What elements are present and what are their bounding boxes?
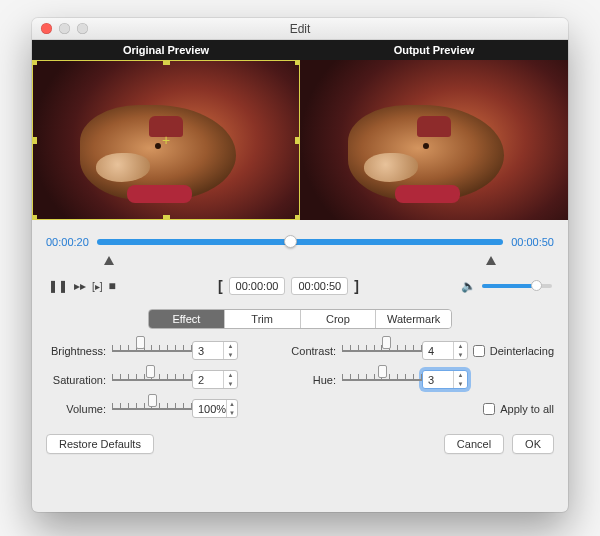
preview-header: Original Preview Output Preview — [32, 40, 568, 60]
step-down-icon[interactable]: ▼ — [454, 351, 467, 360]
apply-all-check[interactable]: Apply to all — [472, 403, 554, 415]
cancel-button[interactable]: Cancel — [444, 434, 504, 454]
step-down-icon[interactable]: ▼ — [224, 380, 237, 389]
saturation-stepper[interactable]: 2▲▼ — [192, 370, 238, 389]
volume-slider[interactable] — [482, 284, 552, 288]
tab-trim[interactable]: Trim — [225, 310, 301, 328]
volume-label: Volume: — [46, 403, 112, 415]
stop-icon[interactable]: ■ — [109, 279, 116, 293]
restore-defaults-button[interactable]: Restore Defaults — [46, 434, 154, 454]
preview-row: + — [32, 60, 568, 220]
step-up-icon[interactable]: ▲ — [454, 342, 467, 351]
apply-all-checkbox[interactable] — [483, 403, 495, 415]
trim-out-marker[interactable] — [486, 256, 496, 265]
step-down-icon[interactable]: ▼ — [454, 380, 467, 389]
out-time-field[interactable]: 00:00:50 — [291, 277, 348, 295]
volume-effect-slider[interactable] — [112, 400, 192, 418]
step-up-icon[interactable]: ▲ — [224, 371, 237, 380]
original-preview-label: Original Preview — [32, 44, 300, 56]
speaker-icon[interactable]: 🔈 — [461, 279, 476, 293]
volume-stepper[interactable]: 100%▲▼ — [192, 399, 238, 418]
playhead[interactable] — [284, 235, 297, 248]
edit-window: Edit Original Preview Output Preview + — [32, 18, 568, 512]
close-icon[interactable] — [41, 23, 52, 34]
controls-area: 00:00:20 00:00:50 ❚❚ ▸▸ [▸] ■ [ 00:00 — [32, 220, 568, 466]
tab-effect[interactable]: Effect — [149, 310, 225, 328]
saturation-label: Saturation: — [46, 374, 112, 386]
hue-label: Hue: — [282, 374, 342, 386]
timeline-track[interactable] — [97, 230, 503, 254]
video-frame — [32, 60, 300, 220]
pause-icon[interactable]: ❚❚ — [48, 279, 68, 293]
trim-in-marker[interactable] — [104, 256, 114, 265]
window-title: Edit — [32, 22, 568, 36]
step-down-icon[interactable]: ▼ — [224, 351, 237, 360]
ok-button[interactable]: OK — [512, 434, 554, 454]
step-up-icon[interactable]: ▲ — [224, 342, 237, 351]
volume-control: 🔈 — [461, 279, 552, 293]
timeline: 00:00:20 00:00:50 — [46, 230, 554, 254]
contrast-stepper[interactable]: 4▲▼ — [422, 341, 468, 360]
playback-controls: ❚❚ ▸▸ [▸] ■ — [48, 279, 116, 293]
titlebar: Edit — [32, 18, 568, 40]
original-preview[interactable]: + — [32, 60, 300, 220]
brightness-slider[interactable] — [112, 342, 192, 360]
hue-stepper[interactable]: 3▲▼ — [422, 370, 468, 389]
zoom-icon[interactable] — [77, 23, 88, 34]
step-down-icon[interactable]: ▼ — [227, 409, 237, 418]
transport-row: ❚❚ ▸▸ [▸] ■ [ 00:00:00 00:00:50 ] 🔈 — [46, 277, 554, 295]
footer: Restore Defaults Cancel OK — [46, 434, 554, 454]
tab-watermark[interactable]: Watermark — [376, 310, 451, 328]
effect-form: Brightness: 3▲▼ Contrast: 4▲▼ Deinterlac… — [46, 341, 554, 418]
fast-forward-icon[interactable]: ▸▸ — [74, 279, 86, 293]
hue-slider[interactable] — [342, 371, 422, 389]
timeline-start: 00:00:20 — [46, 236, 89, 248]
deinterlacing-check[interactable]: Deinterlacing — [472, 345, 554, 357]
contrast-label: Contrast: — [282, 345, 342, 357]
brightness-stepper[interactable]: 3▲▼ — [192, 341, 238, 360]
in-time-field[interactable]: 00:00:00 — [229, 277, 286, 295]
step-icon[interactable]: [▸] — [92, 281, 103, 292]
minimize-icon[interactable] — [59, 23, 70, 34]
contrast-slider[interactable] — [342, 342, 422, 360]
output-preview-label: Output Preview — [300, 44, 568, 56]
volume-thumb[interactable] — [531, 280, 542, 291]
trim-markers — [46, 256, 554, 265]
set-out-icon[interactable]: ] — [354, 278, 359, 294]
tab-crop[interactable]: Crop — [301, 310, 377, 328]
brightness-label: Brightness: — [46, 345, 112, 357]
range-controls: [ 00:00:00 00:00:50 ] — [218, 277, 359, 295]
output-preview — [300, 60, 568, 220]
video-frame — [300, 60, 568, 220]
set-in-icon[interactable]: [ — [218, 278, 223, 294]
deinterlacing-checkbox[interactable] — [473, 345, 485, 357]
step-up-icon[interactable]: ▲ — [227, 400, 237, 409]
saturation-slider[interactable] — [112, 371, 192, 389]
tab-bar: Effect Trim Crop Watermark — [148, 309, 452, 329]
step-up-icon[interactable]: ▲ — [454, 371, 467, 380]
window-controls — [41, 23, 88, 34]
timeline-end: 00:00:50 — [511, 236, 554, 248]
